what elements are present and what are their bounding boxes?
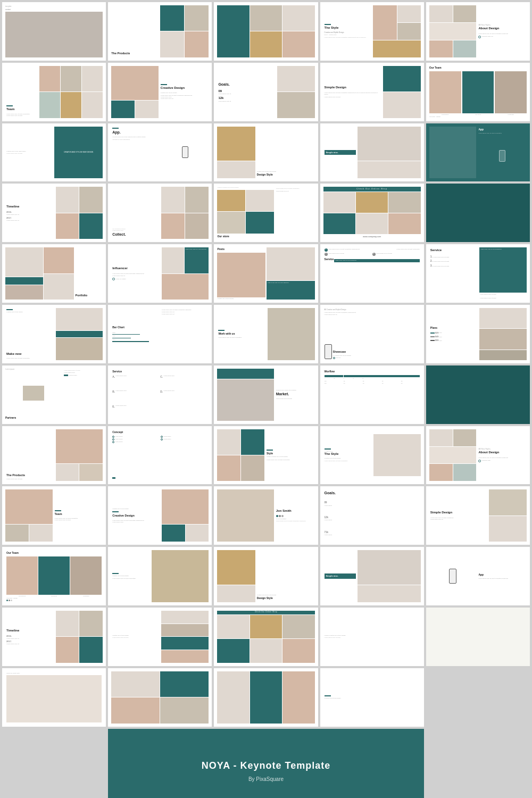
slide-12-title: App.	[112, 130, 160, 135]
slide-58-partial	[108, 668, 212, 727]
slide-4-title: The Style	[325, 26, 372, 30]
slide-6-title: Team	[6, 107, 38, 112]
slide-8-goals: Goals. 09 Lorem ipsum dolor sit 12k Lore…	[214, 63, 318, 121]
slide-16-title: Timeline	[6, 205, 54, 209]
slide-9-title: Simple Design	[325, 86, 381, 90]
slide-40-sub: Creative and Stylish Design	[325, 458, 372, 459]
slide-28-title: Bar Chart	[112, 326, 159, 329]
slide-55-partial: Modern Creative and Stylish Design. Lore…	[320, 608, 424, 666]
featured-slide: NOYA - Keynote Template By PixaSquare	[108, 729, 424, 798]
slide-43-creative2: Creative and Stylish Design Creative Des…	[108, 486, 212, 545]
slide-41-title: About Design	[478, 451, 526, 455]
slide-31-title: Plans	[430, 326, 478, 330]
slide-33-title: Service	[112, 370, 207, 373]
slide-24-service: 1 Lorem ipsum dolor sit amet consectetur…	[320, 244, 424, 303]
slide-4-note: NOYA · SINCE 2015	[325, 34, 372, 36]
slide-3	[214, 2, 318, 61]
slide-34-market: Creative and Modern Style Design Market.…	[214, 365, 318, 424]
slide-grid: template content The Products	[0, 0, 532, 798]
slide-30-sub: All Creative and Stylish Design	[333, 355, 420, 356]
slide-22-title: Influencer	[112, 267, 160, 271]
member-3: Lila Brown	[508, 114, 514, 115]
slide-23-posts: Posts Creative and Stylish Design. CREAT…	[214, 244, 318, 303]
slide-30-title: Showcase	[333, 350, 420, 354]
slide-45-title: Goals.	[325, 491, 420, 495]
slide-1-text: template	[5, 5, 103, 7]
letter-d: D.	[160, 390, 163, 394]
slide-20-dark	[426, 184, 530, 242]
slide-4-the-style: The Style Creative and Stylish Design NO…	[320, 2, 424, 61]
slide-7-title: Creative Design	[161, 86, 208, 90]
slide-16-timeline: Timeline 2016. Lorem ipsum dolor sit 201…	[2, 184, 106, 242]
slide-49-design-style2: Creative and Stylish New Design Design S…	[214, 547, 318, 605]
slide-19-url: www.company.com	[325, 235, 420, 238]
badge-4: 4	[372, 253, 376, 256]
featured-title: NOYA - Keynote Template	[202, 760, 330, 772]
letter-e: E.	[112, 405, 115, 409]
slide-49-title: Design Style	[257, 596, 314, 600]
slide-53-stylish3: Creative and Stylish Design Lorem ipsum …	[108, 608, 212, 666]
slide-59-partial	[214, 668, 318, 727]
slide-4-sub: Creative and Stylish Design	[325, 31, 372, 34]
item-1: 1.	[430, 255, 433, 259]
slide-47-title: Our Team	[6, 551, 102, 555]
slide-21-portfolio: Portfolio	[2, 244, 106, 303]
member-1: Tom Brosca	[442, 114, 448, 115]
slide-21-title: Portfolio	[76, 294, 102, 297]
slide-37-title: The Products	[6, 473, 54, 477]
letter-b: B.	[112, 390, 115, 394]
slide-30-showcase: All Creative and Stylish Design Lorem ip…	[320, 305, 424, 363]
slide-2: The Products	[108, 2, 212, 61]
slide-26-make-new: Creative and Stylish Design Make new Lor…	[2, 305, 106, 363]
slide-51-title: App	[478, 573, 526, 577]
slide-13-design-style: Creative and Stylish New Design Design S…	[214, 123, 318, 182]
slide-10-title: Our Team	[429, 66, 527, 70]
slide-32-title: Partners	[5, 416, 62, 420]
slide-6-team: Team Lorem ipsum dolor sit amet consecte…	[2, 63, 106, 121]
badge-3: 3	[325, 253, 328, 256]
slide-34-title: Market.	[276, 392, 314, 396]
slide-17-collect: Our Winning Products Lorem ipsum dolor C…	[108, 184, 212, 242]
slide-38-title: Concept	[112, 430, 207, 434]
slide-19-online-shop: Check Our Online Shop www.company.com	[320, 184, 424, 242]
slide-31-plans: Plans $29 Plan $49 Plan $99	[426, 305, 530, 363]
slide-5-about-design: All New Styles. About Design Lorem ipsum…	[426, 2, 530, 61]
slide-25-service-list: Service 1. Lorem ipsum dolor sit amet 2.…	[426, 244, 530, 303]
slide-8-title: Goals.	[218, 82, 275, 87]
slide-34-sub: Creative and Modern Style Design	[276, 389, 314, 391]
slide-14-label: Simple nice.	[325, 150, 356, 155]
item-2: 2.	[430, 259, 433, 263]
slide-48-stylish: Creative and Stylish Design Lorem ipsum …	[108, 547, 212, 605]
slide-8-num1: 09	[218, 89, 275, 94]
slide-7-creative: Creative Design Creative and Stylish Des…	[108, 63, 212, 121]
price-3: $99	[435, 339, 439, 342]
slide-36-dark	[426, 365, 530, 424]
slide-50-simple-nice2: Simple nice.	[320, 547, 424, 605]
slide-25-title: Service	[430, 248, 478, 253]
slide-43-title: Creative Design	[112, 514, 160, 518]
slide-46-title: Simple Design	[430, 511, 487, 515]
slide-28-bar-chart: Bar Chart 2016. 2345. 2414. Lorem ipsum …	[108, 305, 212, 363]
item-3: 3.	[430, 264, 433, 268]
slide-54-label: Check Our Online Shop	[218, 611, 314, 613]
slide-52-timeline2: Timeline 2016. Lorem ipsum dolor sit 201…	[2, 608, 106, 666]
slide-35-worflow: Worflow ABCDE Toa 25 35	[320, 365, 424, 424]
slide-35-title: Worflow	[325, 370, 420, 373]
slide-54-online-shop2: Check Our Online Shop	[214, 608, 318, 666]
slide-32-partners: Lorem ipsum Partners Lorem ipsum dolor s…	[2, 365, 106, 424]
slide-46-simple2: Simple Design Lorem ipsum dolor sit amet…	[426, 486, 530, 545]
slide-15-app2: App Lorem ipsum dolor sit amet consectet…	[426, 123, 530, 182]
slide-39-style: Style Modern Creative and Stylish Design…	[214, 426, 318, 485]
price-1: $29	[435, 331, 439, 335]
slide-50-label: Simple nice.	[325, 573, 356, 578]
slide-18-title: Our store	[217, 235, 273, 238]
slide-8-num2: 12k	[218, 96, 275, 101]
slide-44-jon-smith: Jon Smith Stylist & Designer Lorem ipsum…	[214, 486, 318, 545]
slide-38-concept: Concept Lorem ipsum Lorem ipsum Lorem ip…	[108, 426, 212, 485]
slide-44-name: Jon Smith	[276, 509, 314, 513]
slide-45-goals2: Goals. 09 Lorem ipsum 12k Lorem ipsum 71…	[320, 486, 424, 545]
letter-a: A.	[112, 375, 115, 379]
slide-41-about-design2: All New Styles. About Design Lorem ipsum…	[426, 426, 530, 485]
slide-14-simple-nice: Simple nice.	[320, 123, 424, 182]
slide-44-role: Stylist & Designer	[276, 518, 314, 520]
